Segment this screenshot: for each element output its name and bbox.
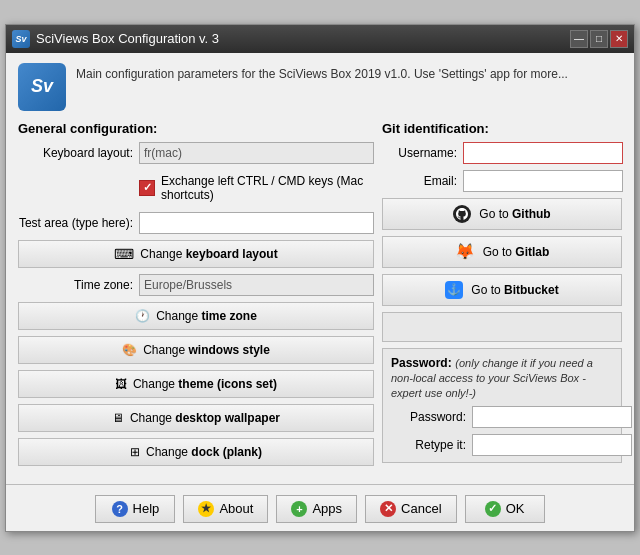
exchange-keys-label: Exchange left CTRL / CMD keys (Mac short… (161, 174, 374, 202)
change-keyboard-label: Change keyboard layout (140, 247, 277, 261)
help-button[interactable]: ? Help (95, 495, 175, 523)
ok-label: OK (506, 501, 525, 516)
test-area-row: Test area (type here): (18, 212, 374, 234)
app-icon-text: Sv (31, 76, 53, 97)
change-theme-button[interactable]: 🖼 Change theme (icons set) (18, 370, 374, 398)
test-area-label: Test area (type here): (18, 216, 133, 230)
exchange-keys-checkbox-wrapper[interactable]: Exchange left CTRL / CMD keys (Mac short… (139, 174, 374, 202)
ok-button[interactable]: ✓ OK (465, 495, 545, 523)
email-label: Email: (382, 174, 457, 188)
password-input[interactable] (472, 406, 632, 428)
github-icon (453, 205, 471, 223)
change-wallpaper-label: Change desktop wallpaper (130, 411, 280, 425)
titlebar-controls: — □ ✕ (570, 30, 628, 48)
wallpaper-icon: 🖥 (112, 411, 124, 425)
titlebar: Sv SciViews Box Configuration v. 3 — □ ✕ (6, 25, 634, 53)
ok-icon: ✓ (485, 501, 501, 517)
app-icon: Sv (18, 63, 66, 111)
footer: ? Help ★ About + Apps ✕ Cancel ✓ OK (6, 484, 634, 531)
change-windows-label: Change windows style (143, 343, 270, 357)
username-input[interactable] (463, 142, 623, 164)
change-theme-label: Change theme (icons set) (133, 377, 277, 391)
theme-icon: 🖼 (115, 377, 127, 391)
keyboard-layout-input[interactable] (139, 142, 374, 164)
change-dock-button[interactable]: ⊞ Change dock (plank) (18, 438, 374, 466)
timezone-row: Time zone: (18, 274, 374, 296)
github-label: Go to Github (479, 207, 550, 221)
timezone-input[interactable] (139, 274, 374, 296)
keyboard-layout-label: Keyboard layout: (18, 146, 133, 160)
header-row: Sv Main configuration parameters for the… (18, 63, 622, 111)
retype-input[interactable] (472, 434, 632, 456)
minimize-button[interactable]: — (570, 30, 588, 48)
change-windows-button[interactable]: 🎨 Change windows style (18, 336, 374, 364)
test-area-input[interactable] (139, 212, 374, 234)
bitbucket-label: Go to Bitbucket (471, 283, 558, 297)
left-column: General configuration: Keyboard layout: … (18, 121, 374, 466)
windows-style-icon: 🎨 (122, 343, 137, 357)
titlebar-left: Sv SciViews Box Configuration v. 3 (12, 30, 219, 48)
exchange-keys-row: Exchange left CTRL / CMD keys (Mac short… (18, 174, 374, 202)
bitbucket-button[interactable]: ⚓ Go to Bitbucket (382, 274, 622, 306)
username-label: Username: (382, 146, 457, 160)
gitlab-button[interactable]: 🦊 Go to Gitlab (382, 236, 622, 268)
gitlab-label: Go to Gitlab (483, 245, 550, 259)
close-button[interactable]: ✕ (610, 30, 628, 48)
right-column: Git identification: Username: Email: (382, 121, 622, 466)
empty-placeholder (382, 312, 622, 342)
timezone-label: Time zone: (18, 278, 133, 292)
password-note-area: Password: (only change it if you need a … (391, 355, 613, 400)
main-window: Sv SciViews Box Configuration v. 3 — □ ✕… (5, 24, 635, 532)
change-timezone-button[interactable]: 🕐 Change time zone (18, 302, 374, 330)
keyboard-layout-row: Keyboard layout: (18, 142, 374, 164)
apps-label: Apps (312, 501, 342, 516)
exchange-keys-checkbox[interactable] (139, 180, 155, 196)
help-label: Help (133, 501, 160, 516)
about-button[interactable]: ★ About (183, 495, 268, 523)
cancel-icon: ✕ (380, 501, 396, 517)
github-button[interactable]: Go to Github (382, 198, 622, 230)
password-title: Password: (391, 356, 452, 370)
keyboard-icon: ⌨ (114, 246, 134, 262)
retype-row: Retype it: (391, 434, 613, 456)
dock-icon: ⊞ (130, 445, 140, 459)
email-input[interactable] (463, 170, 623, 192)
maximize-button[interactable]: □ (590, 30, 608, 48)
cancel-button[interactable]: ✕ Cancel (365, 495, 456, 523)
titlebar-app-icon: Sv (12, 30, 30, 48)
change-wallpaper-button[interactable]: 🖥 Change desktop wallpaper (18, 404, 374, 432)
email-row: Email: (382, 170, 622, 192)
apps-icon: + (291, 501, 307, 517)
password-row: Password: (391, 406, 613, 428)
password-section: Password: (only change it if you need a … (382, 348, 622, 463)
cancel-label: Cancel (401, 501, 441, 516)
git-identification-label: Git identification: (382, 121, 622, 136)
general-config-label: General configuration: (18, 121, 374, 136)
gitlab-icon: 🦊 (455, 242, 475, 261)
change-dock-label: Change dock (plank) (146, 445, 262, 459)
timezone-icon: 🕐 (135, 309, 150, 323)
change-keyboard-button[interactable]: ⌨ Change keyboard layout (18, 240, 374, 268)
password-label: Password: (391, 410, 466, 424)
apps-button[interactable]: + Apps (276, 495, 357, 523)
help-icon: ? (112, 501, 128, 517)
titlebar-title: SciViews Box Configuration v. 3 (36, 31, 219, 46)
retype-label: Retype it: (391, 438, 466, 452)
about-icon: ★ (198, 501, 214, 517)
change-timezone-label: Change time zone (156, 309, 257, 323)
about-label: About (219, 501, 253, 516)
titlebar-app-icon-text: Sv (15, 34, 26, 44)
header-description: Main configuration parameters for the Sc… (76, 63, 568, 81)
content-area: Sv Main configuration parameters for the… (6, 53, 634, 476)
main-area: General configuration: Keyboard layout: … (18, 121, 622, 466)
username-row: Username: (382, 142, 622, 164)
bitbucket-icon: ⚓ (445, 281, 463, 299)
